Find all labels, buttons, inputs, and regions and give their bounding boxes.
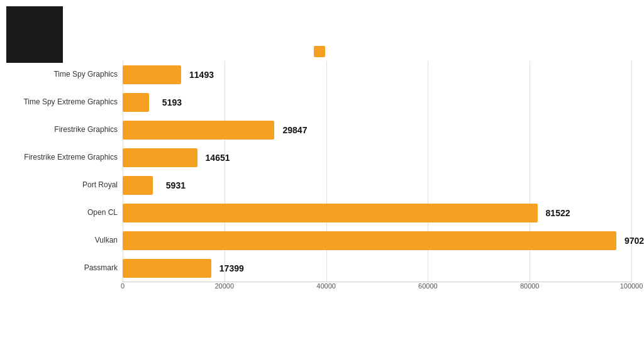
bar-row: 5931 — [123, 172, 631, 199]
bar: 5931 — [123, 176, 153, 195]
bar-value: 5931 — [166, 180, 186, 190]
y-label: Passmark — [13, 255, 118, 282]
x-tick: 20000 — [215, 282, 235, 290]
chart-title — [13, 18, 631, 38]
y-labels: Time Spy GraphicsTime Spy Extreme Graphi… — [13, 61, 123, 300]
x-tick: 0 — [121, 282, 125, 290]
bar-value: 29847 — [283, 125, 308, 135]
x-tick: 100000 — [620, 282, 643, 290]
title-area — [13, 13, 631, 43]
y-label: Firestrike Graphics — [13, 116, 118, 144]
bar: 5193 — [123, 93, 149, 112]
bar-value: 14651 — [206, 153, 230, 163]
logo — [6, 6, 63, 63]
bar-value: 11493 — [189, 70, 214, 80]
chart-container: Time Spy GraphicsTime Spy Extreme Graphi… — [0, 0, 644, 362]
bar-row: 29847 — [123, 116, 631, 144]
bar: 29847 — [123, 121, 274, 140]
x-axis: 020000400006000080000100000 — [123, 282, 631, 300]
bar-row: 17399 — [123, 255, 631, 282]
legend — [13, 46, 631, 57]
bars-area: 11493519329847146515931815229702717399 0… — [123, 61, 631, 300]
bar-row: 11493 — [123, 61, 631, 89]
y-label: Port Royal — [13, 172, 118, 199]
bar-row: 81522 — [123, 199, 631, 227]
y-label: Time Spy Graphics — [13, 61, 118, 89]
legend-color-box — [314, 46, 325, 57]
chart-area: Time Spy GraphicsTime Spy Extreme Graphi… — [13, 61, 631, 300]
x-tick: 40000 — [316, 282, 336, 290]
bar-row: 14651 — [123, 144, 631, 172]
bar-row: 5193 — [123, 89, 631, 116]
x-tick: 80000 — [520, 282, 540, 290]
bar-value: 5193 — [162, 97, 182, 107]
bar-value: 97027 — [625, 236, 644, 246]
y-label: Vulkan — [13, 227, 118, 255]
bar-value: 81522 — [546, 208, 570, 218]
bar-row: 97027 — [123, 227, 631, 255]
bar: 11493 — [123, 65, 181, 84]
bar: 81522 — [123, 204, 538, 222]
grid-line — [631, 61, 632, 282]
bar: 17399 — [123, 259, 211, 278]
bar: 14651 — [123, 148, 197, 167]
bar: 97027 — [123, 231, 616, 250]
y-label: Firestrike Extreme Graphics — [13, 144, 118, 172]
y-label: Open CL — [13, 199, 118, 227]
x-tick: 60000 — [418, 282, 438, 290]
bar-value: 17399 — [219, 263, 244, 273]
y-label: Time Spy Extreme Graphics — [13, 89, 118, 116]
